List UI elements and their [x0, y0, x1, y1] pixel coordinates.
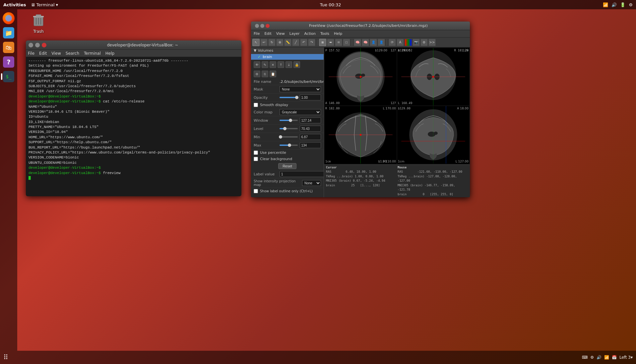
taskbar-terminal[interactable]: $_	[2, 70, 15, 83]
bottombar-volume-icon[interactable]: 🔊	[597, 355, 602, 360]
taskbar-firefox[interactable]	[2, 12, 15, 25]
terminal-menu-search[interactable]: Search	[66, 51, 79, 56]
freeview-tool-undo[interactable]: ↩	[260, 39, 268, 46]
terminal-menu-edit[interactable]: Edit	[39, 51, 47, 56]
fv-colormap-select[interactable]: Grayscale	[280, 109, 321, 115]
fv-clearbg-checkbox[interactable]	[254, 157, 258, 161]
freeview-view-2cols[interactable]: ⊟	[335, 39, 342, 46]
fv-reset-button[interactable]: Reset	[278, 163, 296, 169]
fv-max-slider[interactable]	[280, 145, 298, 146]
fv-opacity-input[interactable]	[300, 94, 321, 100]
battery-icon[interactable]: 🔋	[620, 2, 625, 7]
fv-mask-row: Mask None	[251, 85, 324, 93]
taskbar-help[interactable]: ?	[2, 56, 15, 68]
sound-icon[interactable]: 🔊	[611, 2, 617, 7]
freeview-tool-line[interactable]: ╱	[292, 39, 299, 46]
freeview-tool-head[interactable]: 👤	[370, 39, 377, 46]
fv-projmap-select[interactable]: None	[302, 180, 321, 186]
freeview-tool-brain1[interactable]: 🧠	[354, 39, 361, 46]
bottombar-network-icon[interactable]: 📶	[604, 355, 609, 360]
taskbar-appstore[interactable]: 🛍	[2, 41, 15, 54]
freeview-tool-measure[interactable]: 📏	[284, 39, 291, 46]
fv-window-slider-container	[280, 120, 298, 121]
fv-filename-label: File name	[254, 80, 278, 84]
fv-window-slider[interactable]	[280, 120, 298, 121]
terminal-minimize-button[interactable]	[29, 43, 33, 47]
fv-volumes-header[interactable]: ▼ Volumes	[251, 47, 324, 54]
taskbar-files[interactable]: 📁	[2, 27, 15, 39]
network-icon[interactable]: 📶	[603, 2, 608, 7]
freeview-tool-reload[interactable]: ⟳	[389, 39, 396, 46]
terminal-menu-help[interactable]: Help	[105, 51, 114, 56]
bottombar-layout-text[interactable]: Left 3▾	[619, 355, 633, 360]
fv-icon-settings2[interactable]: ⚙	[254, 71, 260, 77]
freeview-minimize-button[interactable]	[255, 24, 259, 28]
bottombar-grid[interactable]: ⠿	[3, 353, 8, 361]
fv-view-sagittal[interactable]: P 157.52 127 A 146.00 127 $129.00	[325, 48, 397, 105]
freeview-tool-undo2[interactable]: ↶	[300, 39, 307, 46]
freeview-tool-color[interactable]	[405, 39, 412, 46]
freeview-tool-brain2[interactable]: 🧠	[362, 39, 369, 46]
terminal-menu-view[interactable]: View	[51, 51, 61, 56]
fv-icon-delete[interactable]: ✕	[270, 61, 276, 68]
fv-window-input[interactable]	[300, 117, 321, 123]
freeview-close-button[interactable]	[266, 24, 270, 28]
terminal-body[interactable]: -------- freesurfer-linux-ubuntu18_x86_6…	[26, 57, 241, 196]
fv-view-axial[interactable]: R 182.80 1cm P 110.00 $1.00 L 170.00	[325, 106, 397, 163]
terminal-menu[interactable]: 🖥 Terminal ▾	[31, 2, 58, 7]
fv-smooth-checkbox[interactable]	[254, 103, 258, 107]
fv-min-slider[interactable]	[280, 136, 298, 138]
fv-percentile-row: Use percentile	[251, 150, 324, 156]
fv-view-coronal[interactable]: A 193.52 R 181.29 $129.00 128 L 168.49	[397, 48, 469, 105]
fv-max-input[interactable]	[300, 142, 321, 148]
freeview-tool-redo[interactable]: ↷	[308, 39, 315, 46]
fv-volumes-arrow: ▼	[254, 48, 256, 53]
terminal-menu-file[interactable]: File	[28, 51, 34, 56]
freeview-tool-settings[interactable]: ⚙	[420, 39, 428, 46]
freeview-view-2x2[interactable]: ▦	[319, 39, 326, 46]
fv-icon-eye[interactable]: 👁	[254, 61, 260, 68]
fv-icon-pencil[interactable]: ✎	[262, 61, 268, 68]
freeview-tool-target[interactable]: ⊕	[276, 39, 284, 46]
freeview-menu-file[interactable]: File	[254, 31, 260, 36]
fv-view-sagittal2[interactable]: $129.00 L 127.00 A 18.00 1cm	[397, 106, 469, 163]
bottombar-settings-icon[interactable]: ⚙	[590, 355, 594, 360]
fv-labelvalue-input[interactable]	[280, 171, 324, 177]
keyboard-icon[interactable]: ⌨	[582, 355, 588, 360]
freeview-maximize-button[interactable]	[260, 24, 264, 28]
freeview-tool-pointer[interactable]: ↖	[252, 39, 260, 46]
activities-button[interactable]: Activities	[3, 2, 26, 7]
freeview-menu-edit[interactable]: Edit	[264, 31, 271, 36]
terminal-menu-terminal[interactable]: Terminal	[84, 51, 101, 56]
fv-icon-up[interactable]: ↑	[278, 61, 284, 68]
fv-min-input[interactable]	[300, 134, 321, 140]
bottombar-calendar-icon[interactable]: 📅	[612, 355, 617, 360]
fv-icon-paste[interactable]: 📋	[270, 71, 276, 77]
freeview-view-single-h[interactable]: ▬	[327, 39, 334, 46]
freeview-menu-tools[interactable]: Tools	[320, 31, 329, 36]
fv-mask-select[interactable]: None	[280, 86, 321, 92]
trash-icon[interactable]: Trash	[25, 12, 52, 34]
freeview-tool-rotate[interactable]: ↻	[268, 39, 276, 46]
freeview-menu-help[interactable]: Help	[334, 31, 342, 36]
fv-level-input[interactable]	[300, 126, 321, 132]
freeview-tool-label[interactable]: A	[397, 39, 404, 46]
freeview-view-single[interactable]: □	[343, 39, 350, 46]
freeview-tool-person[interactable]: 👤	[378, 39, 385, 46]
terminal-close-button[interactable]	[42, 43, 46, 47]
fv-icon-down[interactable]: ↓	[286, 61, 292, 68]
system-settings-icon[interactable]: ⚙	[629, 2, 633, 7]
freeview-tool-snapshot[interactable]: 📷	[413, 39, 420, 46]
freeview-menu-layer[interactable]: Layer	[289, 31, 300, 36]
fv-icon-lock[interactable]: 🔒	[293, 61, 300, 68]
freeview-menu-action[interactable]: Action	[304, 31, 316, 36]
fv-opacity-slider[interactable]	[280, 97, 298, 98]
fv-level-slider[interactable]	[280, 128, 298, 129]
freeview-tool-more[interactable]: >>	[428, 39, 436, 46]
freeview-menu-view[interactable]: View	[276, 31, 285, 36]
fv-labeloutline-checkbox[interactable]	[254, 189, 258, 193]
fv-percentile-checkbox[interactable]	[254, 151, 258, 155]
terminal-maximize-button[interactable]	[35, 43, 40, 47]
fv-brain-volume[interactable]: ✓ brain	[251, 54, 324, 60]
fv-icon-copy[interactable]: ⎘	[262, 71, 268, 77]
